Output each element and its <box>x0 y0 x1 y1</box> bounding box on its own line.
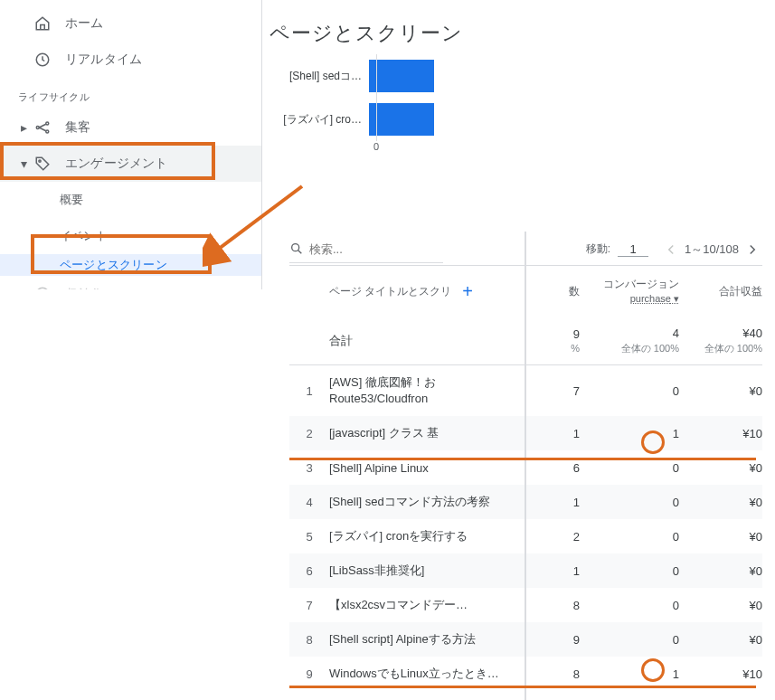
row-index: 9 <box>289 667 329 681</box>
row-rev: ¥10 <box>679 667 762 681</box>
nav-engagement-events[interactable]: イベント <box>0 218 261 254</box>
svg-point-7 <box>292 244 299 251</box>
nav-home[interactable]: ホーム <box>0 5 261 42</box>
col-conversion-label: コンバージョン <box>580 278 679 292</box>
row-conv: 0 <box>580 384 679 398</box>
row-index: 3 <box>289 461 329 475</box>
nav-events-label: イベント <box>60 229 108 243</box>
totals-count-sub: % <box>531 343 580 354</box>
chart-bar-1 <box>369 103 434 136</box>
row-index: 8 <box>289 633 329 647</box>
row-index: 6 <box>289 564 329 578</box>
left-nav: ホーム リアルタイム ライフサイクル ▸ 集客 ▾ エンゲージメント 概要 イベ… <box>0 0 262 700</box>
nav-home-label: ホーム <box>65 15 104 32</box>
table-scroll-divider <box>525 232 526 700</box>
row-rev: ¥0 <box>679 633 762 647</box>
row-count: 2 <box>531 530 580 544</box>
totals-rev: ¥40 <box>742 326 762 340</box>
nav-engagement[interactable]: ▾ エンゲージメント <box>0 146 261 182</box>
col-conversion[interactable]: コンバージョン purchase ▾ <box>580 278 679 305</box>
row-conv: 0 <box>580 496 679 509</box>
search-input[interactable] <box>309 242 443 256</box>
section-lifecycle: ライフサイクル <box>0 78 261 109</box>
row-count: 6 <box>531 461 580 475</box>
col-page-title[interactable]: ページ タイトルとスクリ + <box>329 281 531 302</box>
row-count: 7 <box>531 384 580 398</box>
pager-next[interactable] <box>742 240 762 260</box>
row-index: 4 <box>289 496 329 509</box>
page-title: ページとスクリーン <box>262 0 775 60</box>
totals-rev-sub: 全体の 100% <box>679 342 762 355</box>
chart-row-0: [Shell] sedコ… <box>269 54 459 98</box>
row-title[interactable]: [ラズパイ] cronを実行する <box>329 528 531 544</box>
row-title[interactable]: [Shell script] Alpineする方法 <box>329 631 531 648</box>
row-conv: 1 <box>580 427 679 440</box>
col-page-title-label: ページ タイトルとスクリ <box>329 284 451 299</box>
totals-conv: 4 <box>673 326 679 340</box>
totals-count: 9 <box>573 327 580 341</box>
acquisition-icon <box>33 118 52 137</box>
col-revenue[interactable]: 合計収益 <box>679 284 762 299</box>
sidebar-cutoff <box>0 289 262 700</box>
top-pages-chart: [Shell] sedコ… [ラズパイ] cro… 0 <box>269 54 459 157</box>
row-rev: ¥10 <box>679 427 762 440</box>
col-count[interactable]: 数 <box>531 284 580 299</box>
row-rev: ¥0 <box>679 384 762 398</box>
row-count: 1 <box>531 427 580 440</box>
totals-conv-sub: 全体の 100% <box>580 342 679 355</box>
totals-label: 合計 <box>329 333 531 349</box>
row-title[interactable]: [Shell] Alpine Linux <box>329 461 531 475</box>
col-conversion-sub[interactable]: purchase ▾ <box>580 292 679 305</box>
row-conv: 1 <box>580 667 679 681</box>
row-title[interactable]: WindowsでもLinux立ったとき… <box>329 666 531 682</box>
caret-down-icon: ▾ <box>18 156 31 171</box>
chart-label-1: [ラズパイ] cro… <box>269 112 369 128</box>
row-conv: 0 <box>580 461 679 475</box>
svg-point-2 <box>46 122 49 125</box>
row-rev: ¥0 <box>679 461 762 475</box>
row-conv: 0 <box>580 599 679 612</box>
row-count: 9 <box>531 633 580 647</box>
nav-realtime[interactable]: リアルタイム <box>0 42 261 78</box>
row-rev: ¥0 <box>679 564 762 578</box>
row-count: 8 <box>531 599 580 612</box>
tag-icon <box>33 154 52 174</box>
pager-prev[interactable] <box>661 240 681 260</box>
chart-axis: 0 <box>376 141 459 157</box>
svg-point-1 <box>36 127 39 129</box>
chart-tick-0: 0 <box>373 141 379 152</box>
row-index: 2 <box>289 427 329 440</box>
row-index: 7 <box>289 599 329 612</box>
row-title[interactable]: [AWS] 徹底図解！お Route53/Cloudfron <box>329 374 531 406</box>
nav-acquisition[interactable]: ▸ 集客 <box>0 109 261 146</box>
row-count: 8 <box>531 667 580 681</box>
row-index: 1 <box>289 384 329 398</box>
chart-row-1: [ラズパイ] cro… <box>269 98 459 141</box>
row-title[interactable]: [javascript] クラス 基 <box>329 425 531 441</box>
nav-overview-label: 概要 <box>60 193 83 207</box>
add-dimension-icon[interactable]: + <box>462 281 473 302</box>
row-conv: 0 <box>580 564 679 578</box>
nav-pages-label: ページとスクリーン <box>60 258 167 272</box>
home-icon <box>33 14 52 33</box>
nav-engagement-overview[interactable]: 概要 <box>0 182 261 218</box>
chart-label-0: [Shell] sedコ… <box>269 69 369 84</box>
table-search[interactable] <box>289 236 443 263</box>
row-title[interactable]: [LibSass非推奨化] <box>329 563 531 579</box>
report-pane: ページとスクリーン [Shell] sedコ… [ラズパイ] cro… 0 移動… <box>262 0 775 700</box>
row-rev: ¥0 <box>679 530 762 544</box>
nav-acquisition-label: 集客 <box>65 119 90 136</box>
row-rev: ¥0 <box>679 496 762 509</box>
row-rev: ¥0 <box>679 599 762 612</box>
chart-gridline <box>376 54 377 141</box>
nav-engagement-pages-screens[interactable]: ページとスクリーン <box>0 254 261 276</box>
nav-engagement-label: エンゲージメント <box>65 156 168 172</box>
row-title[interactable]: [Shell] sedコマンド方法の考察 <box>329 494 531 510</box>
pager-range: 1～10/108 <box>685 241 739 258</box>
caret-right-icon: ▸ <box>18 120 31 135</box>
move-label: 移動: <box>586 241 610 257</box>
nav-realtime-label: リアルタイム <box>65 52 142 68</box>
row-title[interactable]: 【xlsx2csvコマンドデー… <box>329 597 531 613</box>
move-input[interactable] <box>618 242 648 257</box>
row-conv: 0 <box>580 633 679 647</box>
